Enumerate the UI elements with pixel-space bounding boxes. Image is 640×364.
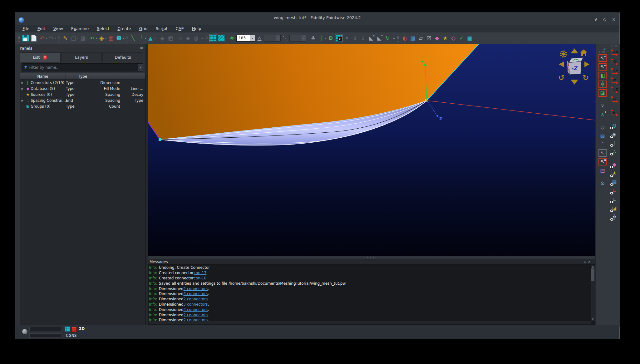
- float-messages-icon[interactable]: ⊞: [583, 260, 586, 263]
- cursor-settings-icon[interactable]: ↖✱: [598, 158, 607, 165]
- show-all-entities-icon[interactable]: ◍: [610, 122, 618, 129]
- line-tool-icon[interactable]: ╲: [129, 34, 137, 42]
- begin-spacing-combo[interactable]: ▾: [264, 35, 281, 42]
- menu-view[interactable]: View: [49, 26, 67, 32]
- show-axes-icon[interactable]: ∟: [610, 187, 618, 194]
- block-visibility-icon[interactable]: ▩: [409, 34, 416, 42]
- toolbar-grip[interactable]: [397, 34, 399, 42]
- dropdown-caret[interactable]: ▾: [105, 37, 106, 40]
- selection-group-icon[interactable]: ▣: [466, 34, 473, 42]
- tree-row[interactable]: ▶∴Spacing Constrai...EndSpacingType: [20, 97, 145, 103]
- group-visibility-icon[interactable]: ◇: [450, 34, 457, 42]
- dropdown-caret[interactable]: ▾: [602, 141, 603, 144]
- overflow-chevron-2[interactable]: »: [392, 36, 396, 41]
- widget-rotate-cw-arrow[interactable]: ↻: [583, 73, 589, 82]
- scroll-up-arrow[interactable]: ▲: [591, 265, 595, 268]
- redo-icon[interactable]: ↷: [47, 34, 55, 42]
- wireframe-cube-icon[interactable]: □: [70, 34, 77, 42]
- message-link[interactable]: 2 connectors: [184, 318, 208, 321]
- view-minus-z-button[interactable]: -Z: [610, 95, 619, 103]
- filter-input[interactable]: ▼ Filter by name...: [22, 63, 138, 71]
- orient-icon[interactable]: ♣: [309, 34, 317, 42]
- toolbar-grip[interactable]: [18, 34, 20, 42]
- hierarchy-up-icon[interactable]: ⋎: [598, 102, 607, 110]
- hide-plane-icon[interactable]: ╬: [610, 213, 618, 221]
- palette-icon[interactable]: ◉: [98, 34, 105, 42]
- show-database-icon[interactable]: ◆: [610, 161, 618, 168]
- ghost-view-icon[interactable]: ☻: [115, 34, 123, 42]
- database-visibility-icon[interactable]: ◆: [433, 34, 441, 42]
- average-spacing-icon[interactable]: △: [256, 34, 263, 42]
- tree-column-header[interactable]: Type: [66, 73, 100, 79]
- show-sources-icon[interactable]: ★: [610, 170, 618, 177]
- undo-icon[interactable]: ↶: [38, 34, 46, 42]
- toolbar-grip[interactable]: [599, 51, 606, 53]
- menu-edit[interactable]: Edit: [33, 26, 49, 32]
- view-minus-y-button[interactable]: -Y: [610, 76, 619, 84]
- recalculate-icon[interactable]: ↻: [384, 34, 391, 42]
- spacing-visibility-icon[interactable]: ✓: [458, 34, 465, 42]
- dropdown-caret[interactable]: ▾: [55, 37, 56, 40]
- layout-colors-icon[interactable]: ▦: [107, 34, 115, 42]
- message-link[interactable]: con-17: [194, 271, 206, 275]
- connector-tools-icon[interactable]: ⚙: [327, 34, 334, 42]
- menu-file[interactable]: File: [18, 26, 33, 32]
- scroll-thumb[interactable]: [591, 268, 594, 281]
- connector-visibility-icon[interactable]: ☑: [425, 34, 433, 42]
- select-pattern-icon[interactable]: ╬: [598, 81, 607, 88]
- surface-tool-icon[interactable]: ▲: [147, 34, 154, 42]
- tree-header[interactable]: NameType: [20, 73, 145, 80]
- toolbar-grip[interactable]: [206, 34, 208, 42]
- tree-row[interactable]: ▣Groups (0)TypeCount: [20, 103, 145, 109]
- structured-grid-icon[interactable]: [209, 34, 217, 42]
- dropdown-caret[interactable]: ▾: [123, 37, 124, 40]
- menu-help[interactable]: Help: [188, 26, 205, 32]
- view-plus-x-button[interactable]: +X: [610, 48, 619, 56]
- view-normal-button[interactable]: n̂: [610, 108, 619, 116]
- select-subtract-icon[interactable]: ↖−: [598, 63, 607, 71]
- toolbar-grip[interactable]: [611, 45, 618, 47]
- message-link[interactable]: con-18: [194, 276, 206, 280]
- dropdown-caret[interactable]: ▾: [325, 37, 326, 40]
- minimize-button[interactable]: ∨: [594, 17, 597, 22]
- tree-column-header[interactable]: Name: [20, 73, 66, 79]
- menu-script[interactable]: Script: [152, 26, 172, 32]
- dropdown-caret[interactable]: ▾: [86, 37, 88, 40]
- tab-layers[interactable]: Layers: [61, 52, 102, 62]
- tree-row[interactable]: ★Sources (0)TypeSpacingDecay: [20, 91, 145, 97]
- message-link[interactable]: 2 connectors: [184, 297, 208, 301]
- dimension-connectors-icon[interactable]: #: [228, 34, 236, 42]
- message-link[interactable]: 3 connectors: [184, 307, 208, 312]
- widget-rotate-ccw-arrow[interactable]: ↺: [558, 73, 564, 82]
- solve-block-icon[interactable]: ◩: [167, 34, 174, 42]
- sum-dimensions-icon[interactable]: [335, 34, 342, 42]
- close-messages-icon[interactable]: ×: [588, 260, 591, 263]
- select-add-icon[interactable]: ↖+: [598, 54, 607, 62]
- menu-grid[interactable]: Grid: [135, 26, 152, 32]
- maximize-button[interactable]: ◇: [603, 17, 606, 22]
- domain-select-icon[interactable]: ◇: [598, 124, 607, 131]
- repair-tools-icon[interactable]: ◍: [192, 34, 200, 42]
- tab-list[interactable]: List×: [20, 52, 61, 62]
- panel-scrollbar[interactable]: [145, 44, 148, 325]
- float-panel-icon[interactable]: ⊞: [140, 46, 143, 50]
- close-button[interactable]: ×: [612, 17, 616, 22]
- toolbar-grip[interactable]: [126, 34, 128, 42]
- show-grid-icon[interactable]: ▦: [610, 178, 618, 186]
- save-icon[interactable]: [22, 34, 29, 42]
- paint-tool-icon[interactable]: ✎: [62, 34, 69, 42]
- show-connectors-icon[interactable]: ʃ: [610, 139, 618, 147]
- select-front-icon[interactable]: ◪: [598, 89, 607, 97]
- connector-edit-icon[interactable]: ʃ: [318, 34, 325, 42]
- dropdown-caret[interactable]: ▾: [154, 37, 155, 40]
- dimension-input[interactable]: 185▾: [236, 35, 255, 42]
- dropdown-caret[interactable]: ▾: [46, 37, 47, 40]
- toolbar-grip[interactable]: [58, 34, 60, 42]
- measure-add-icon[interactable]: ◣+: [367, 34, 375, 42]
- layer-grid-icon[interactable]: ▤: [598, 132, 607, 140]
- overflow-chevron-1[interactable]: »: [200, 36, 204, 41]
- curve-tool-icon[interactable]: ╰: [137, 34, 145, 42]
- message-link[interactable]: 2 connectors: [184, 287, 208, 291]
- end-spacing-combo[interactable]: ▾: [289, 35, 306, 42]
- refine-domain-icon[interactable]: ◆: [184, 34, 192, 42]
